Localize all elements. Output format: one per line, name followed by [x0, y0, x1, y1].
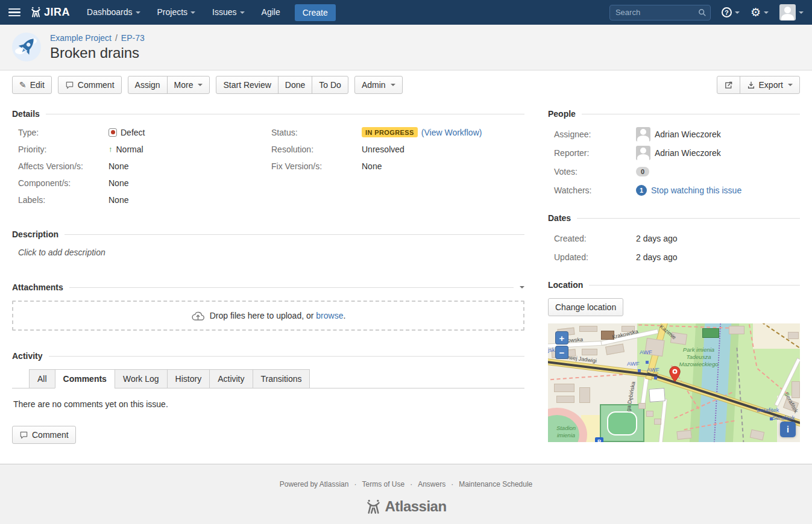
field-resolution: Resolution: Unresolved	[271, 144, 524, 154]
user-avatar-icon	[779, 4, 796, 20]
map-poi-label: AWF	[627, 360, 640, 367]
map-poi-label: Serafitek	[772, 414, 795, 421]
field-component: Component/s: None	[18, 178, 271, 188]
field-created: Created: 2 days ago	[548, 231, 800, 246]
chevron-down-icon	[136, 11, 140, 14]
map-building	[579, 387, 590, 403]
browse-link[interactable]: browse	[316, 311, 343, 320]
footer-link-terms[interactable]: Terms of Use	[362, 480, 404, 488]
chevron-down-icon	[764, 11, 769, 14]
atlassian-logo[interactable]: Atlassian	[0, 498, 812, 515]
export-download-icon	[747, 81, 755, 89]
attachments-menu-icon[interactable]	[520, 286, 524, 289]
settings-menu[interactable]: ⚙	[751, 7, 769, 18]
page-footer: Powered by Atlassian · Terms of Use · An…	[0, 464, 812, 524]
comment-button[interactable]: Comment	[58, 76, 122, 94]
field-updated: Updated: 2 days ago	[548, 250, 800, 264]
location-heading: Location	[548, 280, 583, 290]
chevron-down-icon	[391, 84, 395, 86]
field-reporter: Reporter: Adrian Wieczorek	[548, 146, 800, 160]
attachments-dropzone[interactable]: Drop files here to upload, or browse.	[12, 301, 524, 331]
footer-link-answers[interactable]: Answers	[418, 480, 445, 488]
top-navigation: JIRA Dashboards Projects Issues Agile Cr…	[0, 0, 812, 25]
left-column: Details Type: Defect Priority: ↑Normal A…	[12, 109, 524, 444]
activity-tabs: All Comments Work Log History Activity T…	[12, 369, 524, 388]
chevron-down-icon	[240, 11, 245, 14]
description-placeholder[interactable]: Click to add description	[18, 248, 524, 257]
tab-activity[interactable]: Activity	[209, 369, 253, 388]
export-button[interactable]: Export	[740, 76, 800, 94]
field-priority: Priority: ↑Normal	[18, 144, 271, 154]
map-poi-label: AWF	[640, 349, 652, 355]
share-button[interactable]	[717, 76, 740, 94]
stop-watching-link[interactable]: Stop watching this issue	[651, 186, 741, 195]
location-section-header: Location	[548, 280, 800, 290]
admin-button[interactable]: Admin	[354, 76, 403, 94]
reporter-avatar	[636, 146, 650, 160]
details-section-header: Details	[12, 109, 524, 119]
votes-badge[interactable]: 0	[636, 167, 649, 176]
tab-transitions[interactable]: Transitions	[253, 369, 310, 388]
description-section-header: Description	[12, 229, 524, 239]
footer-link-powered-by[interactable]: Powered by Atlassian	[280, 480, 349, 488]
footer-link-maintenance[interactable]: Maintenance Schedule	[459, 480, 532, 488]
map-sports-pitch	[702, 328, 719, 338]
more-button[interactable]: More	[167, 76, 210, 94]
breadcrumb-project-link[interactable]: Example Project	[50, 33, 112, 43]
map-building	[729, 326, 744, 334]
user-menu[interactable]	[779, 4, 804, 20]
map-building	[646, 411, 653, 417]
issue-body: Details Type: Defect Priority: ↑Normal A…	[0, 99, 812, 444]
change-location-button[interactable]: Change location	[548, 298, 623, 316]
field-affects-version: Affects Version/s: None	[18, 161, 271, 171]
tab-all[interactable]: All	[29, 369, 55, 388]
create-button[interactable]: Create	[295, 4, 336, 21]
details-fields: Type: Defect Priority: ↑Normal Affects V…	[12, 127, 524, 211]
share-icon	[724, 81, 733, 90]
jira-logo[interactable]: JIRA	[30, 6, 70, 19]
nav-projects[interactable]: Projects	[149, 0, 204, 25]
help-menu[interactable]: ?	[722, 7, 740, 17]
map-footpath	[550, 374, 623, 380]
breadcrumb-issue-key-link[interactable]: EP-73	[121, 33, 145, 43]
search-icon[interactable]	[698, 8, 707, 17]
right-column: People Assignee: Adrian Wieczorek Report…	[548, 109, 800, 444]
view-workflow-link[interactable]: (View Workflow)	[421, 128, 482, 137]
field-status: Status: IN PROGRESS(View Workflow)	[271, 127, 524, 137]
done-button[interactable]: Done	[278, 76, 312, 94]
charlie-icon	[30, 7, 42, 18]
map-zoom-in-button[interactable]: +	[555, 331, 568, 345]
tab-work-log[interactable]: Work Log	[115, 369, 168, 388]
nav-dashboards[interactable]: Dashboards	[78, 0, 149, 25]
map-building-white	[649, 388, 665, 402]
project-avatar-rocket-icon	[12, 33, 41, 61]
no-comments-message: There are no comments yet on this issue.	[13, 399, 524, 409]
location-map[interactable]: Krakowska Krakowska Kazimie Królowej Jad…	[548, 323, 800, 442]
map-stop-marker	[646, 361, 649, 364]
assign-button[interactable]: Assign	[128, 76, 168, 94]
map-zoom-out-button[interactable]: −	[555, 346, 568, 359]
brand-name: JIRA	[44, 6, 70, 19]
nav-agile[interactable]: Agile	[253, 0, 289, 25]
cloud-upload-icon	[191, 310, 205, 321]
status-badge: IN PROGRESS	[362, 127, 418, 137]
comment-button-bottom[interactable]: Comment	[12, 426, 76, 444]
todo-button[interactable]: To Do	[312, 76, 348, 94]
map-building	[676, 430, 691, 440]
app-switcher-icon[interactable]	[8, 8, 20, 17]
start-review-button[interactable]: Start Review	[216, 76, 278, 94]
tab-comments[interactable]: Comments	[55, 369, 115, 388]
charlie-icon	[365, 499, 382, 515]
people-section-header: People	[548, 109, 800, 119]
map-building	[579, 326, 597, 332]
chevron-down-icon	[799, 11, 804, 14]
search-input[interactable]	[609, 5, 711, 20]
nav-issues[interactable]: Issues	[204, 0, 253, 25]
tab-history[interactable]: History	[167, 369, 210, 388]
map-stop-marker	[638, 369, 641, 372]
workflow-group: Start Review Done To Do	[216, 76, 348, 94]
watchers-badge[interactable]: 1	[636, 185, 647, 196]
map-info-button[interactable]: i	[780, 422, 796, 437]
field-type: Type: Defect	[18, 127, 271, 137]
edit-button[interactable]: ✎Edit	[12, 76, 52, 94]
